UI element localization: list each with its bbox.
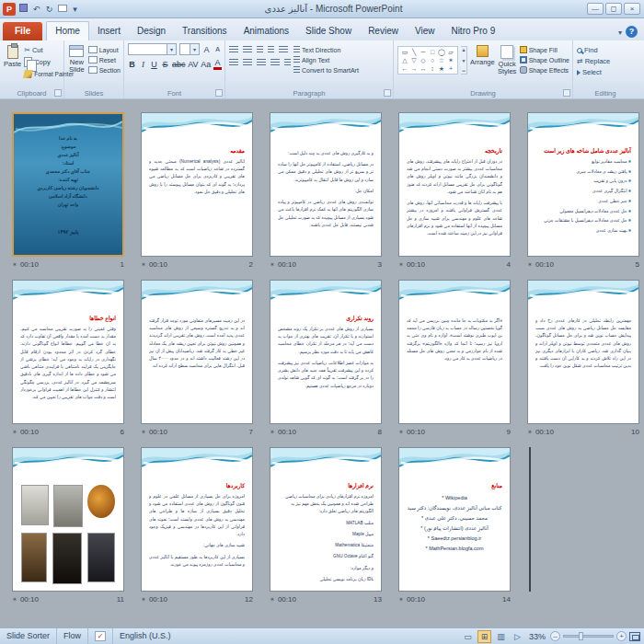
replace-button[interactable]: ⇄ Replace [577,57,610,65]
drawing-dialog-launcher[interactable] [563,89,570,97]
start-slideshow-icon[interactable] [57,3,67,16]
slide-thumbnail-8[interactable]: روند تکراریبسیاری از روش های عددی بر تکر… [270,280,382,424]
transition-star-icon[interactable]: ✶ [527,261,533,269]
slide-thumbnail-3[interactable]: و به کارگیری روش های عددی به چند دلیل اس… [270,112,382,257]
reading-view-button[interactable]: ▥ [494,630,508,643]
tab-review[interactable]: Review [360,22,407,40]
slide-thumbnail-13[interactable]: نرم افزارهاامروزه نرم افزارهای زیادی برا… [270,447,382,592]
paste-button[interactable]: Paste [4,43,21,87]
powerpoint-logo-icon[interactable]: P [3,3,16,16]
zoom-out-button[interactable]: – [550,631,560,641]
shape-glyph-13[interactable]: → [409,64,419,73]
tab-animations[interactable]: Animations [236,22,297,40]
shape-glyph-6[interactable]: △ [400,56,409,64]
slide-thumbnail-7[interactable]: در این زمینه مسیرهای متفاوتی مورد توجه ق… [141,280,253,424]
justify-icon[interactable] [270,59,280,66]
slide-thumbnail-12[interactable]: کاربردهاامروزه برای حل بسیاری از مسائل ع… [141,447,253,592]
numbering-icon[interactable] [243,46,252,53]
slideshow-view-button[interactable]: ▷ [511,630,524,643]
transition-star-icon[interactable]: ✶ [12,429,17,436]
find-button[interactable]: Find [577,46,610,54]
shapes-gallery[interactable]: ▭╲─□◯▱△▽◇○☆✶←→↔↕★+ [397,46,458,75]
slide-thumbnail-10[interactable]: مهمترین رابطه تحلیلی در کارهای عددی رخ د… [527,280,639,424]
shape-glyph-0[interactable]: ▭ [400,48,409,56]
tab-transitions[interactable]: Transitions [174,22,236,40]
transition-star-icon[interactable]: ✶ [12,261,17,269]
shapes-scroll-up-icon[interactable]: ▲ [461,47,466,52]
font-color-button[interactable]: A [213,59,222,70]
minimize-ribbon-caret-icon[interactable]: ▾ [618,29,626,40]
arrange-button[interactable]: Arrange [470,43,495,87]
maximize-button[interactable]: ◻ [605,3,622,15]
transition-star-icon[interactable]: ✶ [270,261,275,269]
font-size-caret-icon[interactable]: ▾ [190,44,199,54]
slide-thumbnail-1[interactable]: به نام خداموضوع:آنالیز عددیاستاد:جناب آق… [12,112,124,257]
reset-button[interactable]: Reset [88,56,121,63]
shrink-font-button[interactable]: A [213,46,222,52]
shape-glyph-5[interactable]: ▱ [446,48,455,56]
undo-icon[interactable]: ↶ [31,3,41,16]
quick-styles-button[interactable]: Quick Styles [498,43,517,87]
tab-home[interactable]: Home [46,21,89,40]
shape-glyph-14[interactable]: ↔ [419,64,428,73]
slide-thumbnail-2[interactable]: مقدمهآنالیز عددی (Numerical analysis) مب… [141,112,253,257]
transition-star-icon[interactable]: ✶ [12,596,17,604]
convert-smartart-button[interactable]: Convert to SmartArt [293,66,359,74]
tab-insert[interactable]: Insert [89,22,129,40]
align-left-icon[interactable] [229,59,238,66]
tab-nitro-pro-9[interactable]: Nitro Pro 9 [443,22,503,40]
zoom-slider[interactable] [563,635,614,638]
shape-glyph-17[interactable]: + [446,64,455,73]
zoom-slider-thumb[interactable] [579,632,583,640]
font-dialog-launcher[interactable] [215,89,223,97]
shape-glyph-16[interactable]: ★ [437,64,446,73]
section-button[interactable]: Section [88,66,121,74]
font-name-caret-icon[interactable]: ▾ [167,44,176,54]
tab-file[interactable]: File [3,22,42,40]
paragraph-dialog-launcher[interactable] [384,89,391,97]
slide-thumbnail-11[interactable] [12,447,124,592]
shape-glyph-1[interactable]: ╲ [409,48,419,56]
slide-thumbnail-4[interactable]: تاریخچهدر دوران قبل از اختراع رایانه های… [398,112,511,257]
redo-icon[interactable]: ↻ [44,3,54,16]
normal-view-button[interactable]: ▭ [461,630,475,643]
slide-thumbnail-14[interactable]: منابعWikipedia *کتاب مبانی آنالیز عددی، … [398,447,511,592]
shape-glyph-2[interactable]: ─ [419,48,428,56]
transition-star-icon[interactable]: ✶ [527,429,533,436]
tab-view[interactable]: View [407,22,443,40]
shape-glyph-3[interactable]: □ [428,48,437,56]
shape-effects-button[interactable]: Shape Effects [520,66,569,74]
minimize-button[interactable]: — [587,3,604,15]
columns-icon[interactable] [284,59,291,66]
shape-glyph-9[interactable]: ○ [428,56,437,64]
text-direction-button[interactable]: Text Direction [293,46,359,53]
change-case-button[interactable]: Aa [201,60,211,69]
transition-star-icon[interactable]: ✶ [141,596,146,604]
shape-glyph-12[interactable]: ← [400,64,409,73]
shape-glyph-8[interactable]: ◇ [419,56,428,64]
tab-slide-show[interactable]: Slide Show [297,22,360,40]
slide-thumbnail-5[interactable]: آنالیز عددی شامل شاخه های زیر استمحاسبه … [527,112,639,257]
zoom-in-button[interactable]: + [616,631,627,641]
transition-star-icon[interactable]: ✶ [398,596,404,604]
font-name-combobox[interactable]: ▾ [128,43,177,55]
align-right-icon[interactable] [257,59,266,66]
transition-star-icon[interactable]: ✶ [270,429,275,436]
bullets-icon[interactable] [229,46,238,53]
italic-button[interactable]: I [139,60,147,69]
shape-glyph-10[interactable]: ☆ [437,56,446,64]
slide-thumbnail-6[interactable]: انواع خطاهاوقتی کمیتی را به صورت تقریبی … [12,280,124,424]
transition-star-icon[interactable]: ✶ [270,596,275,604]
transition-star-icon[interactable]: ✶ [141,261,146,269]
underline-button[interactable]: U [150,60,158,69]
line-spacing-icon[interactable] [279,46,288,53]
shapes-more-icon[interactable]: ═ [461,68,466,74]
align-center-icon[interactable] [243,59,252,66]
slide-sorter-pane[interactable]: به نام خداموضوع:آنالیز عددیاستاد:جناب آق… [0,99,644,627]
increase-indent-icon[interactable] [268,46,274,53]
qat-customize-caret-icon[interactable]: ▾ [70,3,80,16]
proofing-segment[interactable]: ✓ [88,628,113,644]
transition-star-icon[interactable]: ✶ [141,429,146,436]
shape-glyph-11[interactable]: ✶ [446,56,455,64]
tab-design[interactable]: Design [129,22,174,40]
